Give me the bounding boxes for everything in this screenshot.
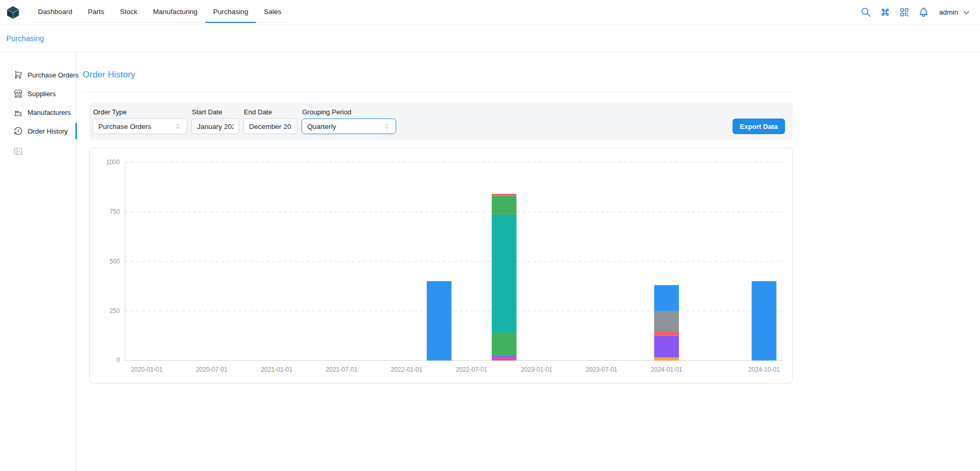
sidebar-item-manufacturers[interactable]: Manufacturers bbox=[0, 103, 76, 122]
svg-text:250: 250 bbox=[110, 307, 120, 315]
sidebar-item-label: Order History bbox=[28, 127, 68, 135]
sidebar-item-label: Purchase Orders bbox=[28, 71, 79, 79]
svg-text:500: 500 bbox=[110, 258, 120, 265]
tab-parts[interactable]: Parts bbox=[80, 2, 112, 23]
end-date-label: End Date bbox=[243, 108, 297, 116]
svg-text:2020-01-01: 2020-01-01 bbox=[131, 366, 163, 373]
grouping-period-select[interactable]: Quarterly bbox=[302, 119, 396, 134]
filter-panel: Order Type Purchase Orders Start Date Ja… bbox=[89, 102, 793, 140]
svg-text:1000: 1000 bbox=[106, 159, 120, 166]
svg-text:2021-01-01: 2021-01-01 bbox=[261, 366, 293, 373]
svg-text:2024-10-01: 2024-10-01 bbox=[748, 366, 780, 373]
building-factory-icon bbox=[14, 108, 23, 117]
navbar-actions: admin bbox=[860, 7, 971, 18]
tab-purchasing[interactable]: Purchasing bbox=[205, 2, 256, 23]
order-type-label: Order Type bbox=[93, 108, 187, 116]
breadcrumb: Purchasing bbox=[0, 25, 980, 52]
history-icon bbox=[14, 126, 23, 136]
end-date-field: End Date December 2024 bbox=[243, 108, 297, 134]
command-icon[interactable] bbox=[879, 7, 891, 18]
username: admin bbox=[939, 8, 958, 16]
breadcrumb-purchasing[interactable]: Purchasing bbox=[6, 34, 44, 43]
sidebar-item-suppliers[interactable]: Suppliers bbox=[0, 84, 76, 103]
search-icon[interactable] bbox=[860, 7, 871, 18]
svg-text:2022-01-01: 2022-01-01 bbox=[391, 366, 423, 373]
order-type-field: Order Type Purchase Orders bbox=[93, 108, 187, 134]
start-date-field: Start Date January 2020 bbox=[191, 108, 239, 134]
selector-icon bbox=[383, 123, 390, 130]
svg-text:2024-01-01: 2024-01-01 bbox=[651, 366, 683, 373]
tab-sales[interactable]: Sales bbox=[256, 2, 289, 23]
notifications-bell-icon[interactable] bbox=[918, 7, 929, 18]
main-tabs: Dashboard Parts Stock Manufacturing Purc… bbox=[30, 2, 289, 23]
qr-scan-icon[interactable] bbox=[898, 7, 910, 18]
order-type-select[interactable]: Purchase Orders bbox=[93, 119, 187, 134]
tab-dashboard[interactable]: Dashboard bbox=[30, 2, 80, 23]
page-title: Order History bbox=[83, 70, 793, 80]
svg-text:750: 750 bbox=[110, 208, 120, 215]
start-date-label: Start Date bbox=[191, 108, 239, 116]
svg-text:2023-01-01: 2023-01-01 bbox=[521, 366, 553, 373]
sidebar-item-order-history[interactable]: Order History bbox=[0, 122, 76, 140]
grouping-period-label: Grouping Period bbox=[302, 108, 396, 116]
grouping-period-field: Grouping Period Quarterly bbox=[302, 108, 396, 134]
end-date-input[interactable]: December 2024 bbox=[243, 119, 297, 134]
sidebar: Purchase Orders Suppliers Manufacturers … bbox=[0, 52, 76, 471]
title-divider bbox=[83, 91, 793, 92]
export-data-button[interactable]: Export Data bbox=[733, 119, 785, 134]
svg-text:2021-07-01: 2021-07-01 bbox=[326, 366, 358, 373]
svg-text:2023-07-01: 2023-07-01 bbox=[586, 366, 618, 373]
svg-text:0: 0 bbox=[116, 357, 120, 364]
building-store-icon bbox=[14, 89, 23, 98]
svg-text:2022-07-01: 2022-07-01 bbox=[456, 366, 488, 373]
sidebar-collapse-icon[interactable] bbox=[14, 147, 23, 156]
chevron-down-icon bbox=[962, 8, 971, 17]
top-navbar: Dashboard Parts Stock Manufacturing Purc… bbox=[0, 0, 980, 25]
app-logo[interactable] bbox=[5, 5, 21, 20]
sidebar-item-label: Manufacturers bbox=[28, 109, 71, 116]
sidebar-item-purchase-orders[interactable]: Purchase Orders bbox=[0, 66, 76, 84]
tab-stock[interactable]: Stock bbox=[112, 2, 146, 23]
start-date-input[interactable]: January 2020 bbox=[191, 119, 239, 134]
svg-text:2020-07-01: 2020-07-01 bbox=[196, 366, 228, 373]
content-area: Purchase Orders Suppliers Manufacturers … bbox=[0, 52, 980, 471]
order-history-chart: 025050075010002020-01-012020-07-012021-0… bbox=[94, 152, 788, 379]
main-panel: Order History Order Type Purchase Orders… bbox=[76, 52, 793, 471]
user-menu[interactable]: admin bbox=[939, 8, 971, 17]
tab-manufacturing[interactable]: Manufacturing bbox=[145, 2, 205, 23]
sidebar-item-label: Suppliers bbox=[28, 90, 56, 98]
chart-panel: 025050075010002020-01-012020-07-012021-0… bbox=[89, 148, 793, 384]
shopping-cart-icon bbox=[14, 70, 23, 80]
selector-icon bbox=[174, 123, 181, 130]
